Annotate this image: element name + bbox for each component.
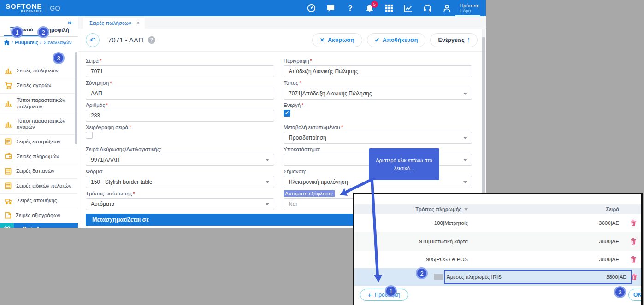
- chevron-down-icon: [463, 137, 467, 139]
- manual-series-checkbox[interactable]: [86, 132, 93, 139]
- column-payment-method[interactable]: Τρόπος πληρωμής: [415, 206, 461, 212]
- printed-change-select[interactable]: Προειδοποίηση: [284, 132, 472, 144]
- save-check-icon: ✔: [375, 37, 379, 43]
- row-drag-handle: [434, 274, 443, 280]
- auto-settlement-label-highlighted[interactable]: Αυτόματη εξόφληση:: [284, 190, 335, 197]
- sidebar-item-warehouse-series[interactable]: Σειρές αποθήκης: [0, 194, 78, 208]
- analytics-icon[interactable]: [404, 4, 413, 13]
- content-scrollbar[interactable]: [482, 37, 485, 207]
- document-icon: [5, 182, 12, 189]
- series-input[interactable]: 7071: [86, 65, 274, 77]
- sidebar-scrollbar[interactable]: [75, 52, 77, 144]
- chevron-down-icon: [463, 181, 467, 183]
- table-row[interactable]: 905|POS / e-POS 3800|ΑΕ: [354, 251, 641, 268]
- table-row[interactable]: 100|Μετρητοίς 3800|ΑΕ: [354, 214, 641, 232]
- support-icon[interactable]: [423, 4, 432, 13]
- sidebar-item-collections-series[interactable]: Σειρές εισπράξεων: [0, 135, 78, 149]
- selected-cell-outline[interactable]: Άμεσες πληρωμές IRIS 3800|ΑΕ: [444, 270, 632, 284]
- user-account[interactable]: Πρότυπη Εδρα: [458, 0, 481, 16]
- field-number: Αριθμός* 283: [86, 100, 274, 123]
- field-print-mode: Τρόπος εκτύπωσης* Αυτόματα: [86, 189, 274, 211]
- abbreviation-input[interactable]: ΑΛΠ: [86, 88, 274, 100]
- series-cell: 3800|ΑΕ: [606, 274, 626, 280]
- receipt-icon: [5, 138, 12, 145]
- sidebar-item-sales-doc-types[interactable]: Τύποι παραστατικών πωλήσεων: [0, 94, 78, 114]
- cancel-button[interactable]: ✕ Ακύρωση: [312, 33, 362, 47]
- screen: SOFTONE PROSVASIS GO ? 5: [0, 0, 644, 305]
- series-cell: 3800|ΑΕ: [468, 220, 626, 226]
- apps-icon[interactable]: [384, 4, 394, 13]
- chat-icon[interactable]: [326, 4, 336, 13]
- instruction-tooltip: Αριστερό κλικ επάνω στο λεκτικό...: [369, 148, 439, 180]
- field-form-template: Φόρμα: 150 - Stylish border table: [86, 167, 274, 189]
- step-badge-1: 1: [11, 26, 23, 38]
- profile-icon[interactable]: [443, 4, 452, 13]
- bar-chart-icon: [5, 121, 12, 128]
- breadcrumb-transactions[interactable]: Συναλλαγών: [43, 40, 71, 45]
- form-right-column: Περιγραφή* Απόδειξη Λιανικής Πώλησης Τύπ…: [284, 56, 472, 211]
- ok-button[interactable]: OK: [628, 289, 643, 301]
- home-icon[interactable]: [4, 40, 10, 45]
- delete-icon[interactable]: [631, 220, 636, 226]
- logo-brand: SOFTONE: [6, 3, 42, 10]
- back-button[interactable]: ↶: [86, 33, 100, 47]
- table-header: Τρόπος πληρωμής Σειρά: [354, 204, 641, 214]
- delete-icon[interactable]: [631, 238, 636, 245]
- active-checkbox[interactable]: ✔: [284, 110, 290, 117]
- field-printed-change: Μεταβολή εκτυπωμένου* Προειδοποίηση: [284, 123, 472, 145]
- user-active-underline: [455, 15, 480, 16]
- table-row-selected[interactable]: Άμεσες πληρωμές IRIS 3800|ΑΕ: [354, 268, 641, 286]
- form: Σειρά* 7071 Σύντμηση* ΑΛΠ Αριθμός* 283 Χ…: [78, 52, 486, 211]
- notifications-icon[interactable]: 5: [365, 4, 374, 13]
- form-template-select[interactable]: 150 - Stylish border table: [86, 176, 274, 188]
- topbar-icons: ? 5: [307, 4, 452, 13]
- tab-close-icon[interactable]: ✕: [136, 20, 140, 26]
- sidebar-item-expenses-series[interactable]: Σειρές δαπανών: [0, 164, 78, 179]
- user-branch: Εδρα: [460, 8, 479, 14]
- dialog-footer: + Προσθήκη OK: [354, 286, 641, 304]
- delete-icon[interactable]: [632, 274, 637, 280]
- field-series: Σειρά* 7071: [86, 56, 274, 78]
- field-manual-series: Χειρόγραφη σειρά*: [86, 123, 274, 145]
- delete-icon[interactable]: [631, 256, 636, 263]
- print-mode-select[interactable]: Αυτόματα: [86, 198, 274, 210]
- sidebar-item-sales-series[interactable]: Σειρές πωλήσεων: [0, 64, 78, 78]
- sidebar-item-purchase-series[interactable]: Σειρές αγορών: [0, 78, 78, 94]
- sidebar-collapse-icon[interactable]: ⇤: [68, 19, 73, 26]
- chevron-down-icon: [266, 159, 269, 161]
- actions-button[interactable]: Ενέργειες ⁝: [430, 33, 478, 47]
- series-cell: 3800|ΑΕ: [468, 257, 626, 262]
- field-description: Περιγραφή* Απόδειξη Λιανικής Πώλησης: [284, 56, 472, 78]
- tab-sales-series[interactable]: Σειρές πωλήσεων ✕: [83, 18, 145, 29]
- sidebar-item-purchase-doc-types[interactable]: Τύποι παραστατικών αγορών: [0, 114, 78, 135]
- column-sort-icon[interactable]: [464, 208, 468, 211]
- sidebar-item-notes-series[interactable]: Σειρές αξιογράφων: [0, 208, 78, 223]
- type-select[interactable]: 7071|Απόδειξη Λιανικής Πώλησης: [284, 88, 472, 100]
- dashboard-icon[interactable]: [307, 4, 316, 13]
- plus-icon: +: [368, 292, 372, 299]
- document-icon: [5, 168, 12, 175]
- sidebar-item-payments-series[interactable]: Σειρές πληρωμών: [0, 149, 78, 164]
- form-left-column: Σειρά* 7071 Σύντμηση* ΑΛΠ Αριθμός* 283 Χ…: [86, 56, 274, 211]
- note-icon: [5, 212, 12, 219]
- number-input[interactable]: 283: [86, 110, 274, 122]
- sidebar-menu: Σειρές πωλήσεων Σειρές αγορών Τύποι παρα…: [0, 64, 78, 228]
- cancellation-series-select[interactable]: 9971|ΑΑΛΠ: [86, 154, 274, 166]
- add-button[interactable]: + Προσθήκη: [360, 289, 408, 301]
- help-icon[interactable]: ?: [346, 4, 355, 13]
- logo: SOFTONE PROSVASIS GO: [6, 3, 60, 13]
- topbar: SOFTONE PROSVASIS GO ? 5: [0, 0, 486, 16]
- notification-badge: 5: [371, 1, 378, 8]
- overlay-step-badge-3: 3: [614, 286, 626, 298]
- save-button[interactable]: ✔ Αποθήκευση: [367, 33, 426, 47]
- user-name: Πρότυπη: [460, 3, 479, 8]
- sidebar-item-special-customers-series[interactable]: Σειρές ειδικών πελατών: [0, 179, 78, 194]
- title-help-icon[interactable]: ?: [148, 36, 155, 44]
- breadcrumb-settings[interactable]: Ρυθμίσεις: [15, 40, 38, 45]
- table-row[interactable]: 910|Πιστωτική κάρτα 3800|ΑΕ: [354, 232, 641, 251]
- payment-cell: 910|Πιστωτική κάρτα: [354, 239, 468, 244]
- chevron-down-icon: [266, 203, 269, 205]
- description-input[interactable]: Απόδειξη Λιανικής Πώλησης: [284, 65, 472, 77]
- sidebar-item-addons[interactable]: Πρόσθετα: [0, 223, 78, 228]
- field-active: Ενεργή* ✔: [284, 100, 472, 123]
